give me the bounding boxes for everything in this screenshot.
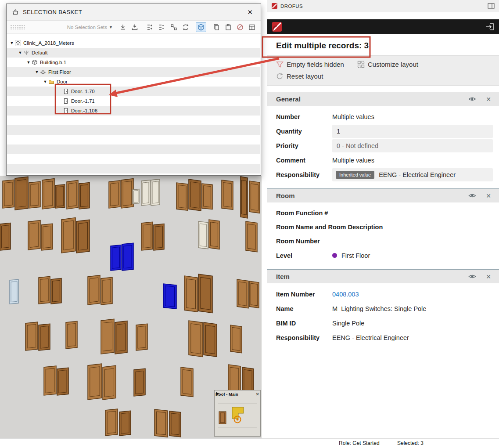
- selection-basket-titlebar[interactable]: SELECTION BASKET ✕: [7, 4, 261, 21]
- paste-selection-icon[interactable]: [223, 22, 233, 32]
- expand-all-icon[interactable]: [145, 22, 155, 32]
- window-layout-icon[interactable]: [247, 22, 257, 32]
- field-row-item-name: Name M_Lighting Switches: Single Pole: [276, 301, 493, 316]
- field-row-item-number: Item Number 0408.003: [276, 287, 493, 301]
- tree-row-empty: [7, 116, 260, 125]
- expand-caret-icon[interactable]: ▼: [34, 70, 40, 74]
- customize-layout-button[interactable]: Customize layout: [357, 61, 418, 68]
- tree-row-door-instance[interactable]: Door.-1.70: [7, 87, 260, 96]
- minimap-close-icon[interactable]: ✕: [256, 392, 259, 397]
- section-body-general: Number Multiple values Quantity Priority…: [267, 106, 499, 187]
- reset-layout-button[interactable]: Reset layout: [276, 72, 323, 80]
- funnel-icon: [276, 61, 284, 68]
- tree-item-label: First Floor: [48, 69, 71, 75]
- section-close-icon[interactable]: ✕: [486, 96, 491, 103]
- level-icon: [40, 69, 46, 75]
- 3d-viewport[interactable]: Roof - Main ✕: [0, 176, 262, 438]
- sign-out-icon[interactable]: [485, 22, 495, 31]
- quantity-input[interactable]: [332, 125, 493, 138]
- field-row-quantity: Quantity: [276, 124, 493, 138]
- tree-item-label: Default: [32, 50, 47, 55]
- field-value: EENG - Electrical Engineer: [332, 334, 409, 341]
- item-number-link[interactable]: 0408.003: [332, 291, 359, 298]
- field-label: Room Number: [276, 238, 320, 245]
- section-header-item[interactable]: Item ✕: [267, 269, 499, 283]
- basket-icon: [12, 9, 19, 16]
- field-row-number: Number Multiple values: [276, 109, 493, 124]
- tree-row-empty: [7, 135, 260, 145]
- layout-toolbar: Empty fields hidden Customize layout Res…: [267, 55, 499, 86]
- tree-row-empty: [7, 125, 260, 135]
- building-icon: [32, 59, 38, 65]
- tree-row-default-set[interactable]: ▼ Default: [7, 48, 260, 58]
- tree-row-empty: [7, 164, 260, 173]
- selection-sets-dropdown[interactable]: No Selection Sets ▼: [67, 25, 113, 30]
- tree-row-door-instance[interactable]: Door.-1.71: [7, 96, 260, 106]
- minimap-view-label: Roof - Main: [215, 392, 255, 397]
- sync-selection-icon[interactable]: [180, 22, 191, 32]
- expand-caret-icon[interactable]: ▼: [42, 79, 48, 84]
- tree-item-label: Clinic_A_2018_Meters: [23, 40, 74, 46]
- tree-item-label: Door.-1.106: [71, 108, 97, 113]
- drofus-titlebar[interactable]: DROFUS: [267, 0, 499, 12]
- isolate-selection-icon[interactable]: [169, 22, 179, 32]
- field-row-item-responsibility: Responsibility EENG - Electrical Enginee…: [276, 330, 493, 345]
- section-flag-icon: [215, 392, 220, 397]
- field-value: EENG - Electrical Engineer: [379, 171, 456, 178]
- field-label: Room Function #: [276, 210, 328, 217]
- drofus-logo-icon: [272, 22, 282, 32]
- tree-row-category-door[interactable]: ▼ Door: [7, 77, 260, 87]
- tree-row-door-instance[interactable]: Door.-1.106: [7, 106, 260, 116]
- selection-basket-toolbar: No Selection Sets ▼: [7, 21, 261, 34]
- empty-fields-toggle[interactable]: Empty fields hidden: [276, 61, 344, 68]
- layout-grid-icon: [357, 61, 365, 68]
- drag-handle[interactable]: [10, 25, 25, 30]
- field-row-priority: Priority: [276, 138, 493, 153]
- tree-row-empty: [7, 154, 260, 164]
- edit-records-heading: Edit multiple records: 3: [267, 34, 499, 55]
- section-close-icon[interactable]: ✕: [486, 192, 491, 199]
- import-selection-icon[interactable]: [118, 22, 128, 32]
- status-bar: Role: Get Started Selected: 3: [0, 438, 499, 448]
- field-label: Number: [276, 113, 332, 120]
- section-title: General: [276, 95, 468, 103]
- close-icon[interactable]: ✕: [244, 7, 255, 17]
- remove-selection-icon[interactable]: [235, 22, 245, 32]
- priority-input[interactable]: [332, 139, 493, 152]
- responsibility-input[interactable]: Inherited value EENG - Electrical Engine…: [332, 168, 493, 181]
- drofus-app-bar: [267, 19, 499, 34]
- plan-minimap[interactable]: Roof - Main ✕: [214, 390, 261, 437]
- field-value: Multiple values: [332, 113, 374, 120]
- dock-panel-icon[interactable]: [488, 3, 495, 9]
- level-color-dot: [332, 253, 337, 258]
- section-body-item: Item Number 0408.003 Name M_Lighting Swi…: [267, 283, 499, 350]
- tree-row-level[interactable]: ▼ First Floor: [7, 67, 260, 77]
- field-row-room-name: Room Name and Room Description: [276, 220, 493, 234]
- field-row-bim-id: BIM ID Single Pole: [276, 316, 493, 330]
- eye-icon[interactable]: [468, 193, 476, 199]
- field-row-room-number: Room Number: [276, 234, 493, 248]
- panel-title: DROFUS: [280, 4, 485, 9]
- tree-row-project[interactable]: ▼ Clinic_A_2018_Meters: [7, 38, 260, 48]
- section-header-general[interactable]: General ✕: [267, 92, 499, 106]
- expand-caret-icon[interactable]: ▼: [17, 51, 23, 55]
- collapse-all-icon[interactable]: [157, 22, 167, 32]
- section-header-room[interactable]: Room ✕: [267, 188, 499, 202]
- empty-fields-label: Empty fields hidden: [287, 61, 344, 68]
- field-row-comment: Comment Multiple values: [276, 153, 493, 167]
- copy-selection-icon[interactable]: [211, 22, 222, 32]
- expand-caret-icon[interactable]: ▼: [9, 41, 15, 45]
- field-value: First Floor: [341, 252, 370, 259]
- tree-row-building[interactable]: ▼ Building.b.1: [7, 58, 260, 67]
- revit-drofus-workspace: Roof - Main ✕ SELECTION BASKET ✕ No Sele…: [0, 0, 499, 448]
- section-close-icon[interactable]: ✕: [486, 273, 491, 280]
- status-selected-count: Selected: 3: [397, 440, 424, 446]
- field-label: Item Number: [276, 291, 332, 298]
- show-in-3d-icon[interactable]: [196, 22, 206, 32]
- eye-icon[interactable]: [468, 274, 476, 279]
- reset-arrow-icon: [276, 72, 284, 80]
- expand-caret-icon[interactable]: ▼: [25, 60, 32, 65]
- save-selection-icon[interactable]: [129, 22, 140, 32]
- eye-icon[interactable]: [468, 96, 476, 102]
- field-row-responsibility: Responsibility Inherited value EENG - El…: [276, 167, 493, 182]
